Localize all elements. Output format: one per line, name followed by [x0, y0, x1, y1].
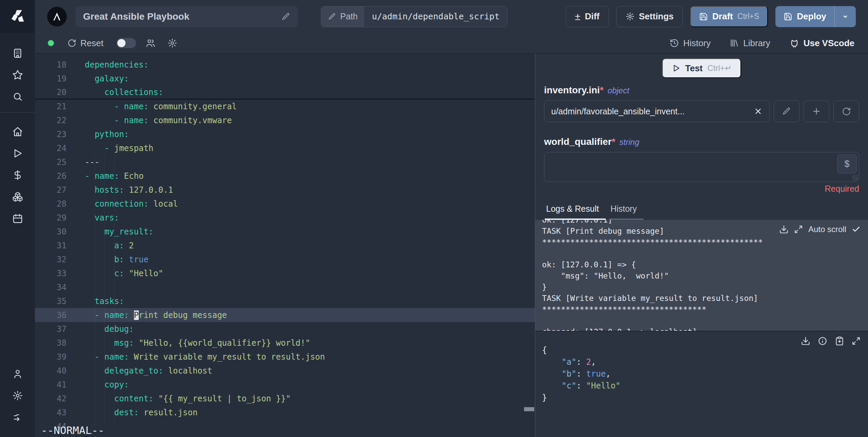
clear-x-icon[interactable]	[754, 107, 763, 116]
line-number: 26	[35, 171, 66, 181]
collaborators-icon[interactable]	[146, 38, 156, 48]
deploy-menu-button[interactable]	[835, 12, 856, 21]
editor-line[interactable]: 23 python:	[35, 127, 535, 141]
line-number: 36	[35, 310, 66, 320]
edit-pencil-icon[interactable]	[282, 12, 290, 21]
logout-icon[interactable]	[12, 412, 23, 423]
path-button[interactable]: Path u/admin/dependable_script	[321, 6, 507, 27]
home-icon[interactable]	[12, 126, 23, 137]
code-token: :	[576, 369, 586, 379]
tab-logs-result[interactable]: Logs & Result	[545, 204, 606, 220]
sidebar-divider	[0, 112, 35, 113]
editor-line[interactable]: 25---	[35, 155, 535, 169]
editor-line[interactable]: 28 connection: local	[35, 197, 535, 211]
code-token	[85, 310, 95, 320]
editor-line[interactable]: 31 a: 2	[35, 239, 535, 252]
diff-button[interactable]: ± Diff	[566, 6, 609, 27]
line-number: 38	[35, 338, 66, 348]
draft-button[interactable]: Draft Ctrl+S	[690, 6, 768, 27]
code-token: delegate_to:	[104, 366, 168, 376]
code-token: 127.0.0.1	[129, 185, 173, 195]
use-vscode-button[interactable]: Use VScode	[789, 38, 854, 49]
fullscreen-result-icon[interactable]	[852, 337, 861, 345]
editor-line[interactable]: 40 delegate_to: localhost	[35, 364, 535, 378]
code-token: :	[576, 381, 586, 391]
editor-toolbar: Reset	[35, 33, 868, 54]
editor-line[interactable]: 24 - jmespath	[35, 141, 535, 155]
script-title: Great Ansible Playbook	[83, 11, 282, 22]
code-editor[interactable]: 18dependencies:19 galaxy:20 collections:…	[35, 54, 535, 437]
reset-button[interactable]: Reset	[67, 38, 103, 49]
editor-line[interactable]: 39 - name: Write variable my_result to r…	[35, 350, 535, 364]
autoscroll-check-icon[interactable]	[852, 225, 861, 234]
editor-line[interactable]: 42 content: "{{ my_result | to_json }}"	[35, 392, 535, 405]
runs-play-icon[interactable]	[12, 148, 23, 159]
editor-line[interactable]: 36 - name: Print debug message	[35, 308, 535, 322]
resize-handle[interactable]	[852, 175, 858, 180]
editor-line[interactable]: 21 - name: community.general	[35, 99, 535, 113]
editor-line[interactable]: 34	[35, 280, 535, 294]
workspace-icon[interactable]	[12, 48, 23, 59]
inventory-resource-input[interactable]: u/admin/favorable_ansible_invent...	[544, 100, 770, 122]
library-button[interactable]: Library	[730, 38, 770, 49]
editor-line[interactable]: 35 tasks:	[35, 294, 535, 308]
editor-line[interactable]: 32 b: true	[35, 252, 535, 266]
schedules-calendar-icon[interactable]	[12, 213, 23, 224]
editor-line[interactable]: 41 copy:	[35, 378, 535, 392]
editor-line[interactable]: 26- name: Echo	[35, 169, 535, 183]
script-title-input[interactable]: Great Ansible Playbook	[76, 6, 298, 27]
scrollbar-marker[interactable]	[524, 407, 534, 411]
favorites-star-icon[interactable]	[12, 69, 23, 81]
editor-line[interactable]: 44	[35, 419, 535, 433]
copy-result-icon[interactable]	[835, 336, 844, 346]
edit-resource-button[interactable]	[774, 100, 799, 122]
windmill-logo[interactable]	[0, 0, 35, 33]
editor-line[interactable]: 19 galaxy:	[35, 72, 535, 86]
code-token: 2	[586, 357, 591, 367]
code-token: - name:	[114, 102, 154, 111]
add-resource-button[interactable]	[804, 100, 829, 122]
world-qualifier-input[interactable]: $	[544, 152, 859, 182]
code-text: - name: community.vmware	[66, 116, 232, 125]
editor-line[interactable]: 33 c: "Hello"	[35, 266, 535, 280]
refresh-resource-button[interactable]	[833, 100, 859, 122]
code-text: - name: community.general	[66, 102, 237, 111]
code-token: "Hello"	[586, 381, 620, 391]
user-icon[interactable]	[12, 368, 23, 380]
variable-picker-button[interactable]: $	[837, 154, 857, 173]
test-button[interactable]: Test Ctrl+↵	[662, 58, 741, 78]
variables-dollar-icon[interactable]	[12, 169, 23, 181]
editor-line[interactable]: 38 msg: "Hello, {{world_qualifier}} worl…	[35, 336, 535, 350]
download-logs-icon[interactable]	[779, 225, 789, 234]
code-token: {	[542, 345, 547, 355]
resources-boxes-icon[interactable]	[12, 191, 23, 203]
editor-line[interactable]: 22 - name: community.vmware	[35, 113, 535, 127]
field-type: string	[619, 137, 639, 147]
search-icon[interactable]	[12, 91, 23, 102]
code-token: "c"	[562, 381, 576, 391]
code-token	[85, 199, 95, 209]
diff-mode-toggle[interactable]	[116, 38, 136, 48]
code-token	[85, 269, 114, 278]
editor-line[interactable]: 29 vars:	[35, 211, 535, 225]
settings-button[interactable]: Settings	[616, 6, 683, 27]
expand-logs-icon[interactable]	[794, 225, 803, 234]
code-token	[85, 352, 95, 362]
settings-gear-icon[interactable]	[12, 390, 23, 401]
editor-line[interactable]: 43 dest: result.json	[35, 405, 535, 419]
editor-line[interactable]: 18dependencies:	[35, 58, 535, 72]
download-result-icon[interactable]	[801, 336, 810, 346]
editor-line[interactable]: 37 debug:	[35, 322, 535, 336]
log-output[interactable]: ok: [127.0.0.1]TASK [Print debug message…	[535, 220, 868, 331]
editor-line[interactable]: 27 hosts: 127.0.0.1	[35, 183, 535, 197]
deploy-button[interactable]: Deploy	[775, 11, 834, 22]
editor-line[interactable]: 20 collections:	[35, 86, 535, 99]
history-button[interactable]: History	[670, 38, 711, 49]
editor-line[interactable]: 30 my_result:	[35, 225, 535, 239]
editor-settings-gear-icon[interactable]	[167, 38, 177, 48]
code-token	[85, 102, 114, 111]
tab-history[interactable]: History	[609, 204, 644, 220]
code-token: b:	[114, 255, 129, 264]
info-icon[interactable]	[818, 336, 827, 346]
line-number: 33	[35, 269, 66, 278]
